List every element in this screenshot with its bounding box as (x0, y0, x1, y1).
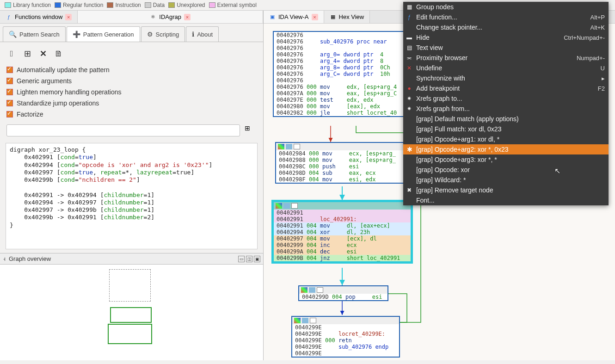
close-icon[interactable]: × (312, 14, 318, 20)
tab-ida-view[interactable]: ▣ IDA View-A × (264, 11, 324, 23)
graph-node-loop[interactable]: 00402991 00402991 loc_402991: 00402991 0… (273, 201, 412, 262)
tree-icon: ⫞ (3, 255, 6, 262)
ctx-grap-arg1[interactable]: [grap] Opcode+arg1: xor dl, * (403, 134, 609, 144)
tab-functions-label: Functions window (15, 13, 62, 20)
legend-external: External symbol (209, 2, 257, 8)
subtab-scripting[interactable]: ⚙Scripting (141, 26, 185, 42)
restore-icon[interactable]: ◫ (246, 256, 252, 262)
clear-icon[interactable]: ✕ (38, 49, 48, 59)
hide-icon: ▬ (406, 34, 412, 41)
pattern-toolbar: 𖢅 ⊞ ✕ 🗎 (6, 46, 258, 64)
ctx-add-breakpoint[interactable]: ●Add breakpointF2 (403, 83, 609, 93)
ctx-hide[interactable]: ▬HideCtrl+Numpad+- (403, 32, 609, 43)
left-tab-row: ƒ Functions window × ⚛ IDAgrap × (0, 11, 263, 24)
chevron-right-icon: ▸ (602, 75, 605, 82)
tab-hex-view-label: Hex View (339, 13, 364, 20)
ctx-xrefs-from[interactable]: ✷Xrefs graph from... (403, 104, 609, 114)
graph-node-block2[interactable]: 00402984 000 mov ecx, [esp+arg_ 00402988… (275, 142, 405, 184)
fingerprint-icon[interactable]: 𖢅 (6, 49, 17, 59)
close-icon[interactable]: × (184, 14, 191, 20)
ctx-grap-default[interactable]: [grap] Default match (apply options) (403, 114, 609, 124)
checkbox-icon[interactable] (6, 100, 13, 106)
ctx-change-stack[interactable]: Change stack pointer...Alt+K (403, 22, 609, 32)
graph-node-pop[interactable]: 0040299D 004 pop esi (298, 285, 388, 301)
tab-hex-view[interactable]: ▦ Hex View (324, 11, 370, 23)
plus-icon: ➕ (73, 31, 80, 38)
graph-icon: ⚛ (150, 14, 156, 20)
function-icon: ƒ (406, 14, 412, 20)
tab-idagrap[interactable]: ⚛ IDAgrap × (78, 11, 263, 23)
hex-icon: ▦ (330, 14, 336, 20)
text-icon: ▤ (406, 44, 412, 51)
search-icon: 🔍 (9, 31, 17, 38)
ctx-grap-opcode[interactable]: [grap] Opcode: xor (403, 165, 609, 175)
cursor-icon: ↖ (554, 167, 560, 175)
tab-idagrap-label: IDAgrap (159, 13, 181, 20)
graph-overview-header: ⫞ Graph overview ▭ ◫ ▣ (0, 253, 263, 265)
checkbox-icon[interactable] (6, 67, 13, 73)
ctx-undefine[interactable]: ✕UndefineU (403, 63, 609, 73)
close-icon[interactable]: ▣ (254, 256, 260, 262)
ctx-sync[interactable]: Synchronize with▸ (403, 73, 609, 83)
checkbox-icon[interactable] (6, 111, 13, 117)
tab-ida-view-label: IDA View-A (278, 13, 309, 20)
sub-tabs: 🔍Pattern Search ➕Pattern Generation ⚙Scr… (0, 24, 263, 42)
close-icon[interactable]: × (65, 14, 72, 20)
graph-overview[interactable] (0, 265, 263, 360)
minimize-icon[interactable]: ▭ (238, 256, 245, 262)
group-icon: ▦ (406, 4, 412, 10)
remove-icon: ✖ (406, 187, 412, 193)
document-icon[interactable]: 🗎 (54, 49, 64, 59)
xref-icon: ✷ (406, 105, 412, 112)
ctx-font[interactable]: Font... (403, 195, 609, 205)
check-factorize[interactable]: Factorize (6, 109, 258, 120)
view-icon: ▣ (269, 14, 276, 20)
graph-node-entry[interactable]: 00402976 00402976 sub_402976 proc near 0… (273, 31, 407, 117)
subtab-pattern-generation[interactable]: ➕Pattern Generation (67, 26, 140, 42)
left-pane: ƒ Functions window × ⚛ IDAgrap × 🔍Patter… (0, 11, 264, 360)
graph-node-ret[interactable]: 0040299E 0040299E locret_40299E: 0040299… (291, 316, 400, 358)
legend-data: Data (145, 2, 165, 8)
flow-icon: ⫘ (406, 55, 412, 61)
subtab-pattern-search[interactable]: 🔍Pattern Search (3, 26, 66, 42)
ctx-grap-arg2[interactable]: ✱[grap] Opcode+arg2: xor *, 0x23 (403, 144, 609, 154)
subtab-about[interactable]: ℹAbout (186, 26, 219, 42)
pattern-code[interactable]: digraph xor_23_loop { 0x402991 [cond=tru… (6, 143, 258, 249)
nodes-icon[interactable]: ⊞ (22, 49, 32, 59)
graph-overview-title: Graph overview (9, 255, 51, 262)
checkbox-icon[interactable] (6, 89, 13, 95)
ctx-grap-arg3[interactable]: [grap] Opcode+arg3: xor *, * (403, 154, 609, 165)
check-standardize[interactable]: Standardize jump operations (6, 98, 258, 109)
info-icon: ℹ (192, 31, 194, 38)
tab-functions[interactable]: ƒ Functions window × (0, 11, 78, 23)
ctx-proximity[interactable]: ⫘Proximity browserNumpad+- (403, 53, 609, 63)
star-icon: ✱ (407, 146, 412, 153)
ctx-text-view[interactable]: ▤Text view (403, 43, 609, 53)
functions-icon: ƒ (6, 14, 12, 20)
breakpoint-icon: ● (406, 85, 412, 92)
ctx-grap-wildcard[interactable]: [grap] Wildcard: * (403, 175, 609, 185)
check-lighten[interactable]: Lighten memory handling operations (6, 86, 258, 98)
pattern-name-input[interactable] (6, 124, 240, 136)
ctx-grap-full[interactable]: [grap] Full match: xor dl, 0x23 (403, 124, 609, 134)
gear-icon: ⚙ (147, 31, 153, 38)
ctx-grap-remove[interactable]: ✖[grap] Remove target node (403, 185, 609, 195)
checkbox-icon[interactable] (6, 78, 13, 84)
legend-instruction: Instruction (107, 2, 141, 8)
legend-library: Library function (5, 2, 51, 8)
legend-unexplored: Unexplored (168, 2, 205, 8)
ctx-edit-function[interactable]: ƒEdit function...Alt+P (403, 12, 609, 22)
ctx-xrefs-to[interactable]: ✷Xrefs graph to... (403, 93, 609, 104)
context-menu: ▦Group nodes ƒEdit function...Alt+P Chan… (403, 2, 609, 205)
check-generic[interactable]: Generic arguments (6, 75, 258, 86)
undefine-icon: ✕ (406, 65, 412, 71)
graph-icon[interactable]: ⊞ (245, 124, 257, 136)
ctx-group-nodes[interactable]: ▦Group nodes (403, 2, 609, 12)
xref-icon: ✷ (406, 95, 412, 102)
check-auto[interactable]: Automatically update the pattern (6, 64, 258, 75)
legend-regular: Regular function (55, 2, 103, 8)
